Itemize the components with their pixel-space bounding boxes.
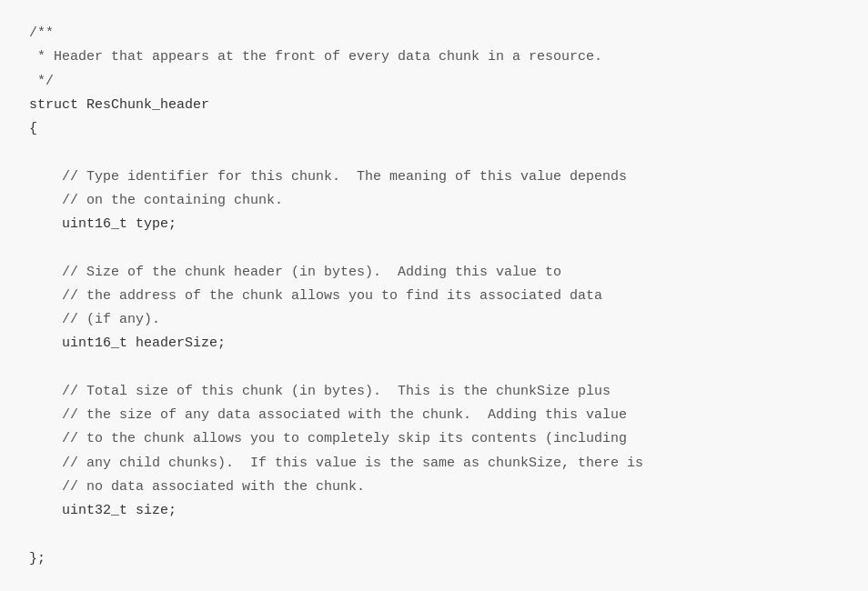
code-line: // on the containing chunk. <box>29 193 283 208</box>
code-line: struct ResChunk_header <box>29 97 209 113</box>
code-line: }; <box>29 551 45 566</box>
code-line: // Size of the chunk header (in bytes). … <box>29 265 561 280</box>
code-line: // any child chunks). If this value is t… <box>29 456 643 471</box>
code-line: // the address of the chunk allows you t… <box>29 288 602 304</box>
code-line: // to the chunk allows you to completely… <box>29 431 627 446</box>
code-line: uint16_t headerSize; <box>29 336 226 351</box>
code-line: */ <box>29 74 54 89</box>
code-line: // Total size of this chunk (in bytes). … <box>29 384 611 399</box>
code-line: { <box>29 121 37 136</box>
code-line: // the size of any data associated with … <box>29 407 627 423</box>
code-line: * Header that appears at the front of ev… <box>29 49 602 65</box>
code-line: /** <box>29 25 54 41</box>
code-line: uint16_t type; <box>29 216 177 232</box>
code-container: /** * Header that appears at the front o… <box>0 0 868 591</box>
code-block: /** * Header that appears at the front o… <box>29 22 839 571</box>
code-line: // no data associated with the chunk. <box>29 479 365 495</box>
code-line: // Type identifier for this chunk. The m… <box>29 169 627 185</box>
code-line: uint32_t size; <box>29 503 177 518</box>
code-line: // (if any). <box>29 312 160 327</box>
